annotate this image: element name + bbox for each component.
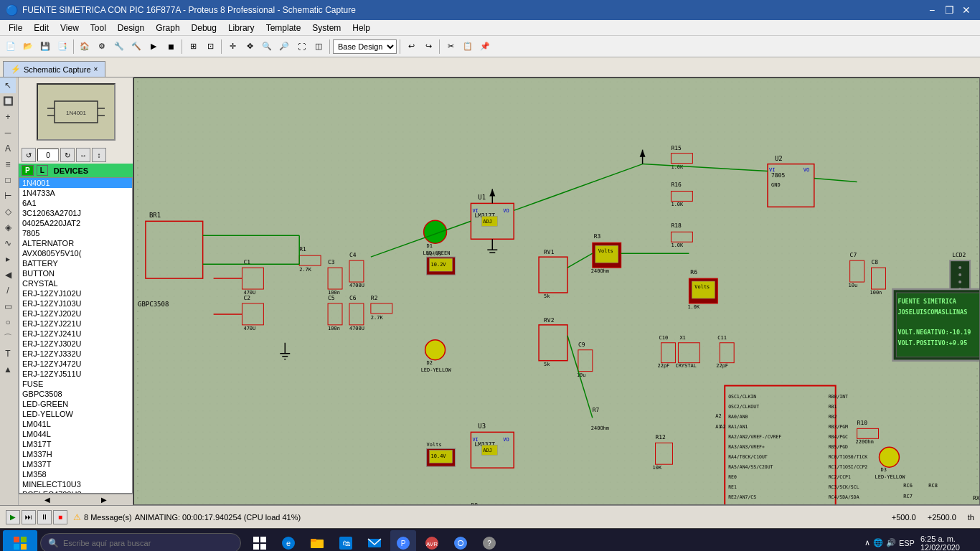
store-app[interactable]: 🛍 bbox=[333, 530, 359, 552]
circle-tool[interactable]: ○ bbox=[0, 314, 16, 330]
settings-button[interactable]: ⚙ bbox=[94, 39, 110, 55]
line-tool[interactable]: / bbox=[0, 283, 16, 298]
device-erj202[interactable]: ERJ-12ZYJ202U bbox=[19, 309, 132, 319]
device-erj241[interactable]: ERJ-12ZYJ241U bbox=[19, 329, 132, 339]
grid2-button[interactable]: ⊡ bbox=[202, 39, 218, 55]
cut-button[interactable]: ✂ bbox=[443, 39, 458, 55]
probe-tool[interactable]: ▸ bbox=[0, 251, 16, 267]
sub-tool[interactable]: □ bbox=[0, 172, 16, 188]
schematic-canvas[interactable]: BR1 C1 470U C2 470U C3 100n C4 4700U C5 … bbox=[133, 77, 980, 505]
stop-button[interactable]: ⏹ bbox=[163, 39, 179, 55]
hier-tool[interactable]: ◈ bbox=[0, 220, 16, 235]
device-7805[interactable]: 7805 bbox=[19, 228, 132, 238]
schematic-tab[interactable]: ⚡ Schematic Capture × bbox=[3, 61, 105, 77]
menu-template[interactable]: Template bbox=[260, 22, 307, 34]
edge-app[interactable]: e bbox=[275, 530, 301, 552]
device-led-green[interactable]: LED-GREEN bbox=[19, 399, 132, 409]
device-lm358[interactable]: LM358 bbox=[19, 469, 132, 479]
device-battery[interactable]: BATTERY bbox=[19, 258, 132, 268]
play-button[interactable]: ▶ bbox=[6, 510, 20, 524]
device-erj302[interactable]: ERJ-12ZYJ302U bbox=[19, 339, 132, 349]
select-tool[interactable]: ↖ bbox=[0, 77, 16, 93]
menu-library[interactable]: Library bbox=[222, 22, 260, 34]
sym-tool[interactable]: ∿ bbox=[0, 235, 16, 251]
other-app[interactable]: ? bbox=[476, 530, 502, 552]
device-led-yellow[interactable]: LED-YELLOW bbox=[19, 409, 132, 419]
device-crystal[interactable]: CRYSTAL bbox=[19, 278, 132, 288]
show-desktop-button[interactable] bbox=[967, 530, 971, 552]
copy-button[interactable]: 📋 bbox=[460, 39, 476, 55]
flip-v-button[interactable]: ↕ bbox=[92, 148, 106, 162]
proteus-app[interactable]: P bbox=[390, 530, 416, 552]
device-gbpc3508[interactable]: GBPC3508 bbox=[19, 389, 132, 399]
explorer-app[interactable] bbox=[304, 530, 330, 552]
device-6A1[interactable]: 6A1 bbox=[19, 198, 132, 208]
grid-button[interactable]: ⊞ bbox=[185, 39, 201, 55]
panel-p-tab[interactable]: P bbox=[22, 165, 34, 176]
zoom-sel-button[interactable]: ◫ bbox=[311, 39, 326, 55]
text-tool[interactable]: T bbox=[0, 346, 16, 362]
device-1N4001[interactable]: 1N4001 bbox=[19, 178, 132, 188]
device-erj472[interactable]: ERJ-12ZYJ472U bbox=[19, 359, 132, 369]
label-tool[interactable]: A bbox=[0, 141, 16, 156]
device-button[interactable]: BUTTON bbox=[19, 268, 132, 278]
panel-l-tab[interactable]: L bbox=[37, 165, 48, 176]
move-button[interactable]: ✥ bbox=[242, 39, 258, 55]
step-button[interactable]: ⏭ bbox=[22, 510, 36, 524]
tab-close-button[interactable]: × bbox=[94, 65, 98, 73]
design-selector[interactable]: Base Design bbox=[333, 39, 397, 54]
plus-button[interactable]: ✛ bbox=[225, 39, 240, 55]
device-erj221[interactable]: ERJ-12ZYJ221U bbox=[19, 319, 132, 329]
device-erj102[interactable]: ERJ-12ZYJ102U bbox=[19, 288, 132, 298]
menu-help[interactable]: Help bbox=[347, 22, 376, 34]
device-lm041l[interactable]: LM041L bbox=[19, 419, 132, 429]
close-button[interactable]: ✕ bbox=[958, 3, 974, 17]
junction-tool[interactable]: + bbox=[0, 109, 16, 125]
menu-design[interactable]: Design bbox=[112, 22, 150, 34]
up-tool[interactable]: ▲ bbox=[0, 362, 16, 377]
menu-debug[interactable]: Debug bbox=[186, 22, 222, 34]
chrome-app[interactable] bbox=[448, 530, 473, 552]
pause-button[interactable]: ⏸ bbox=[37, 510, 52, 524]
device-alternator[interactable]: ALTERNATOR bbox=[19, 238, 132, 248]
open-button[interactable]: 📂 bbox=[20, 39, 36, 55]
menu-tool[interactable]: Tool bbox=[85, 22, 112, 34]
wire-tool[interactable]: ─ bbox=[0, 125, 16, 141]
device-lm337t[interactable]: LM337T bbox=[19, 459, 132, 469]
bus-tool[interactable]: ≡ bbox=[0, 156, 16, 172]
tray-chevron[interactable]: ∧ bbox=[864, 538, 870, 547]
rot-cw-button[interactable]: ↻ bbox=[60, 148, 75, 162]
undo-button[interactable]: ↩ bbox=[403, 39, 419, 55]
minimize-button[interactable]: − bbox=[924, 3, 940, 17]
new-button[interactable]: 📄 bbox=[3, 39, 19, 55]
device-fuse[interactable]: FUSE bbox=[19, 379, 132, 389]
term-tool[interactable]: ⊢ bbox=[0, 188, 16, 204]
save-all-button[interactable]: 📑 bbox=[55, 39, 70, 55]
menu-file[interactable]: File bbox=[3, 22, 28, 34]
scroll-right-button[interactable]: ▶ bbox=[76, 494, 133, 505]
start-button[interactable] bbox=[3, 530, 37, 552]
menu-graph[interactable]: Graph bbox=[150, 22, 185, 34]
menu-edit[interactable]: Edit bbox=[28, 22, 55, 34]
zoom-out-button[interactable]: 🔎 bbox=[276, 39, 292, 55]
save-button[interactable]: 💾 bbox=[37, 39, 53, 55]
rot-ccw-button[interactable]: ↺ bbox=[22, 148, 36, 162]
device-list[interactable]: 1N4001 1N4733A 6A1 3C12063A2701J 04025A2… bbox=[19, 177, 133, 494]
arc-tool[interactable]: ⌒ bbox=[0, 330, 16, 346]
device-04025[interactable]: 04025A220JAT2 bbox=[19, 218, 132, 228]
rect-tool[interactable]: ▭ bbox=[0, 298, 16, 314]
zoom-in-button[interactable]: 🔍 bbox=[259, 39, 275, 55]
menu-view[interactable]: View bbox=[55, 22, 85, 34]
play-button[interactable]: ▶ bbox=[146, 39, 161, 55]
device-lm337h[interactable]: LM337H bbox=[19, 449, 132, 459]
device-minelect[interactable]: MINELECT10U3 bbox=[19, 479, 132, 489]
paste-button[interactable]: 📌 bbox=[477, 39, 493, 55]
build2-button[interactable]: 🔨 bbox=[128, 39, 144, 55]
redo-button[interactable]: ↪ bbox=[420, 39, 436, 55]
zoom-fit-button[interactable]: ⛶ bbox=[293, 39, 309, 55]
component-tool[interactable]: 🔲 bbox=[0, 93, 16, 109]
maximize-button[interactable]: ❐ bbox=[941, 3, 957, 17]
search-input[interactable] bbox=[63, 539, 233, 547]
avr-app[interactable]: AVR bbox=[419, 530, 445, 552]
build-button[interactable]: 🔧 bbox=[111, 39, 127, 55]
